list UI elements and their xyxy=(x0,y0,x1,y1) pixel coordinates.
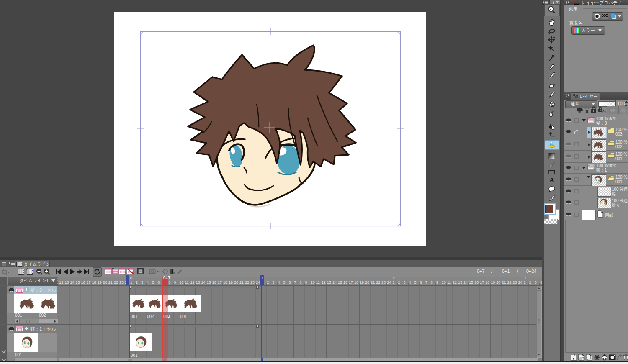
svg-text:A: A xyxy=(549,176,555,184)
